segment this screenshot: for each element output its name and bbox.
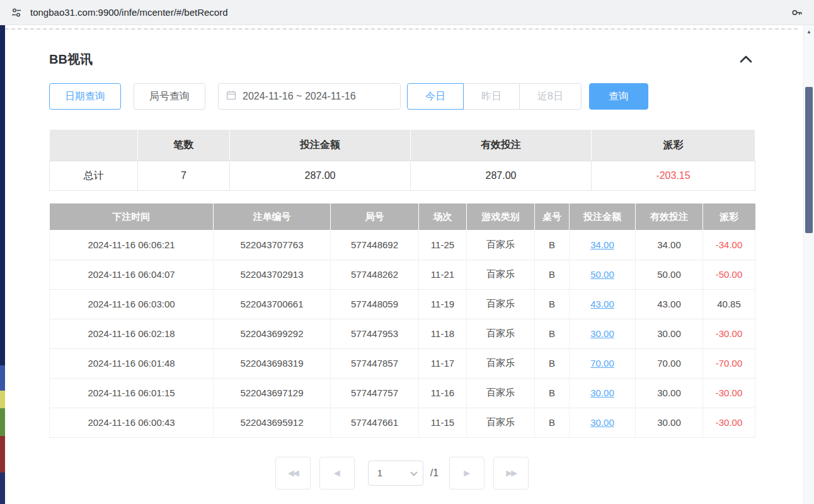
panel-title: BB视讯	[49, 51, 93, 68]
last-page-button[interactable]: ▶▶	[493, 457, 529, 490]
date-range-picker[interactable]: 2024-11-16 ~ 2024-11-16	[218, 83, 401, 110]
settings-sliders-icon[interactable]	[9, 5, 24, 20]
cell-valid-bet: 30.00	[636, 319, 703, 348]
cell-table-no: B	[535, 378, 570, 408]
bet-amount-link[interactable]: 30.00	[590, 328, 614, 339]
cell-session: 11-21	[419, 260, 467, 289]
filter-toolbar: 日期查询 局号查询 2024-11-16 ~ 2024-11-16 今日 昨日 …	[49, 83, 755, 110]
summary-header-count: 笔数	[138, 130, 230, 161]
cell-game-type: 百家乐	[467, 408, 535, 437]
date-query-button[interactable]: 日期查询	[49, 83, 121, 110]
cell-valid-bet: 70.00	[636, 348, 703, 378]
panel-header: BB视讯	[49, 50, 755, 69]
cell-time: 2024-11-16 06:04:07	[50, 260, 214, 289]
scrollbar-thumb[interactable]	[805, 87, 813, 233]
cell-bet-amount: 30.00	[570, 378, 636, 408]
collapse-chevron-up-icon[interactable]	[737, 53, 755, 66]
bet-amount-link[interactable]: 34.00	[590, 239, 614, 250]
cell-game-type: 百家乐	[467, 348, 535, 378]
page-select-wrap: 1	[368, 461, 423, 486]
cell-table-no: B	[535, 260, 570, 289]
cell-bet-amount: 30.00	[570, 408, 636, 437]
cell-bet-amount: 50.00	[570, 260, 636, 289]
key-icon[interactable]	[789, 4, 805, 21]
quick-range-group: 今日 昨日 近8日	[407, 83, 582, 110]
summary-header-valid-bet: 有效投注	[411, 130, 592, 161]
bet-amount-link[interactable]: 30.00	[590, 387, 614, 398]
cell-game-type: 百家乐	[467, 319, 535, 348]
browser-address-bar: tongbao31.com:9900/infe/mcenter/#/betRec…	[0, 0, 814, 25]
round-query-button[interactable]: 局号查询	[134, 83, 205, 110]
cell-time: 2024-11-16 06:02:18	[50, 319, 214, 348]
cell-session: 11-18	[419, 319, 467, 348]
table-row: 2024-11-16 06:01:48 522043698319 5774478…	[50, 348, 755, 378]
search-button[interactable]: 查询	[589, 83, 648, 110]
cell-round-no: 577448262	[331, 260, 419, 289]
col-header-valid-bet: 有效投注	[636, 203, 703, 230]
cell-game-type: 百家乐	[467, 289, 535, 319]
page-background-edge	[0, 25, 5, 504]
cell-valid-bet: 30.00	[636, 378, 703, 408]
bet-amount-link[interactable]: 43.00	[590, 299, 614, 309]
cell-session: 11-16	[419, 378, 467, 408]
cell-table-no: B	[535, 319, 570, 348]
table-row: 2024-11-16 06:01:15 522043697129 5774477…	[50, 378, 755, 408]
cell-round-no: 577447857	[331, 348, 419, 378]
col-header-payout: 派彩	[703, 203, 755, 230]
summary-header-blank	[50, 130, 138, 161]
scrollbar-track[interactable]: ▲	[803, 25, 814, 504]
col-header-bet-amount: 投注金额	[570, 203, 636, 230]
cell-game-type: 百家乐	[467, 378, 535, 408]
bet-record-panel: BB视讯 日期查询 局号查询 2024-1	[5, 30, 798, 504]
table-row: 2024-11-16 06:00:43 522043695912 5774476…	[50, 408, 755, 437]
summary-payout: -203.15	[592, 161, 755, 191]
cell-order-no: 522043707763	[214, 230, 331, 260]
summary-header-row: 笔数 投注金额 有效投注 派彩	[50, 130, 755, 161]
cell-time: 2024-11-16 06:03:00	[50, 289, 214, 319]
col-header-table-no: 桌号	[535, 203, 570, 230]
col-header-game-type: 游戏类别	[467, 203, 535, 230]
bet-amount-link[interactable]: 50.00	[590, 269, 614, 280]
cell-payout: -30.00	[703, 408, 755, 437]
summary-total-row: 总计 7 287.00 287.00 -203.15	[50, 161, 755, 191]
col-header-order-no: 注单编号	[214, 203, 331, 230]
table-row: 2024-11-16 06:06:21 522043707763 5774486…	[50, 230, 755, 260]
url-text[interactable]: tongbao31.com:9900/infe/mcenter/#/betRec…	[30, 7, 782, 18]
cell-payout: 40.85	[703, 289, 755, 319]
cell-time: 2024-11-16 06:06:21	[50, 230, 214, 260]
records-header-row: 下注时间 注单编号 局号 场次 游戏类别 桌号 投注金额 有效投注 派彩	[50, 203, 755, 230]
bet-amount-link[interactable]: 70.00	[590, 358, 614, 369]
cell-round-no: 577448059	[331, 289, 419, 319]
cell-order-no: 522043702913	[214, 260, 331, 289]
cell-bet-amount: 30.00	[570, 319, 636, 348]
background-fragment	[0, 408, 5, 436]
cell-round-no: 577447757	[331, 378, 419, 408]
cell-session: 11-25	[419, 230, 467, 260]
prev-page-button[interactable]: ◀	[319, 457, 355, 490]
background-fragment	[0, 391, 5, 408]
background-fragment	[0, 365, 5, 391]
cell-session: 11-19	[419, 289, 467, 319]
first-page-button[interactable]: ◀◀	[275, 457, 311, 490]
col-header-round-no: 局号	[331, 203, 419, 230]
today-button[interactable]: 今日	[407, 83, 464, 110]
page-select[interactable]: 1	[368, 461, 423, 486]
col-header-session: 场次	[419, 203, 467, 230]
cell-bet-amount: 43.00	[570, 289, 636, 319]
table-row: 2024-11-16 06:04:07 522043702913 5774482…	[50, 260, 755, 289]
next-page-button[interactable]: ▶	[449, 457, 484, 490]
bet-amount-link[interactable]: 30.00	[590, 417, 614, 428]
summary-header-payout: 派彩	[592, 130, 755, 161]
background-fragment	[0, 436, 5, 472]
date-range-value: 2024-11-16 ~ 2024-11-16	[243, 91, 356, 102]
cell-bet-amount: 34.00	[570, 230, 636, 260]
cell-time: 2024-11-16 06:00:43	[50, 408, 214, 437]
cell-order-no: 522043699292	[214, 319, 331, 348]
yesterday-button[interactable]: 昨日	[463, 83, 520, 110]
cell-session: 11-15	[419, 408, 467, 437]
scrollbar-up-arrow-icon[interactable]: ▲	[804, 29, 814, 35]
last-8-days-button[interactable]: 近8日	[519, 83, 582, 110]
cell-payout: -50.00	[703, 260, 755, 289]
pagination: ◀◀ ◀ 1 /1 ▶ ▶▶	[49, 457, 755, 490]
screen: tongbao31.com:9900/infe/mcenter/#/betRec…	[0, 0, 814, 504]
